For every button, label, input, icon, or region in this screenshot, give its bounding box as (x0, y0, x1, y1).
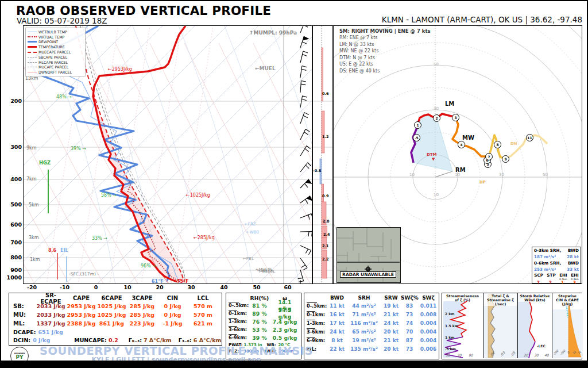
eil-label: EIL (60, 248, 68, 253)
cell: 74 (401, 320, 418, 326)
layer-bar: 3-6 (307, 329, 315, 335)
stepwise-cape-panel: Stepwise CIN & CAPE (J/kg) -200 -100 0 1… (552, 293, 582, 358)
srh3-value: 187 m²/s² (534, 254, 556, 259)
legend-label: WETBULB TEMP (38, 30, 67, 34)
cell: 2953 J/kg (66, 312, 96, 318)
temp-tick: 20 (155, 284, 164, 290)
layer-label: 6-9km: (226, 335, 248, 340)
cell: 16 kt (327, 312, 347, 317)
height-marker: 7 (485, 153, 493, 160)
cell: 1337 J/kg (36, 320, 66, 327)
ehi1-value: 1 (561, 280, 564, 285)
legend-label: DEWPOINT (38, 40, 58, 44)
legend-item: MUCAPE PARCEL (28, 65, 83, 70)
dewpoint-line-sample (28, 41, 37, 43)
height-label: 3km (29, 235, 39, 240)
cell: 2033 J/kg (36, 312, 66, 318)
height-marker: 1 (414, 121, 421, 129)
rh-header: RH(%) (248, 295, 271, 301)
lec-label: -LEC (537, 344, 546, 348)
stp-value: 2 (549, 280, 552, 285)
lm-label: LM (445, 101, 454, 107)
cell: 8 kt (327, 338, 347, 343)
w-cell: 7.4 g/kg (271, 319, 299, 325)
lr03-value: 7 Δ°C/km (144, 337, 172, 343)
table-row: 3-6km: 53 % 2.3 g/kg (226, 325, 301, 334)
kinematics-table: BWD SRH SRW SWζ% SWζ 0-.5km: 11 kt 44 m²… (304, 293, 439, 359)
table-row: 6-9km: 8 kt 19 m²/s² 21 kt 87 0.004 (304, 336, 439, 344)
thermo-header-row: SR-ECAPE CAPE 6CAPE 3CAPE CIN LCL (9, 294, 222, 302)
cell: 20 kt (381, 329, 401, 335)
muecape-line-sample (28, 52, 37, 53)
kin-header-row: BWD SRH SRW SWζ% SWζ (304, 294, 439, 301)
srh-bwd-box: 0-3km SRH, BWD 187 m²/s² 28 kt 0-6km SRH… (532, 247, 581, 283)
panel-title: Streamwiseness (442, 294, 483, 298)
mlcape-line-sample (28, 62, 37, 63)
legend-label: TEMPERATURE (38, 45, 65, 49)
layer-label: 1-3km: (226, 319, 248, 324)
table-row: 0-.5km: 11 kt 44 m²/s² 19 kt 83 0.011 (304, 301, 439, 310)
rh-annotation: 39% → (71, 146, 86, 151)
mucape-annotation: ←2953J/kg (108, 67, 132, 72)
height-marker: 4 (458, 141, 465, 148)
col-header: SRH (347, 295, 381, 301)
bwd3-label: BWD (568, 248, 579, 253)
height-marker: 9 (502, 155, 509, 163)
layer-suffix: km: (315, 329, 325, 335)
pressure-tick: 700 (6, 239, 22, 246)
w-cell: 2.3 g/kg (271, 327, 299, 333)
col-header: LCL (188, 295, 218, 301)
layer-suffix: km: (237, 319, 247, 324)
cell: 570 m (188, 312, 218, 318)
dtm-line: DTM: N @ 7 kts (339, 55, 431, 62)
dcape-value: 651 J/kg (38, 329, 63, 335)
pbl-label: ←PBL (243, 256, 254, 261)
dwndrft-line-sample (28, 72, 37, 72)
panel-title: (/sec) (483, 302, 517, 306)
layer-label: 0-1km: (226, 310, 248, 316)
layer-suffix: km: (237, 310, 247, 316)
radar-map-inset: RADAR UNAVAILABLE (336, 227, 401, 283)
rh-cell: 53 % (248, 327, 271, 333)
rm-label: RM (455, 167, 466, 173)
dcin-value: 0 J/kg (33, 337, 50, 343)
layer-suffix: km: (237, 327, 247, 332)
legend-item: DEWPOINT (28, 40, 83, 45)
kinematic-mini-panels: Streamwiseness of ζ (%) 2 km 1.5 km 1 km… (442, 293, 582, 359)
frz-label: ←FRZ (245, 222, 256, 227)
x-tick: 50 (446, 353, 450, 357)
legend-item: SBCAPE PARCEL (28, 55, 83, 60)
cell: 73 (401, 312, 418, 317)
dtm-label: DTM (427, 152, 437, 157)
virtual-temp-line-sample (28, 36, 37, 37)
mw-line: MW: NE @ 22 kts (339, 48, 431, 55)
height-label: 9km (26, 145, 37, 151)
scp-label: SCP (534, 273, 543, 278)
temperature-line-sample (28, 46, 37, 48)
legend-label: MLCAPE PARCEL (38, 60, 68, 64)
muncape-label: MUNCAPE: (74, 337, 107, 343)
cell: 285 J/kg (127, 312, 157, 318)
layer-bar: 6-9 (229, 335, 237, 340)
advection-value: -0.8 (313, 168, 321, 173)
cell: 21 kt (381, 312, 401, 317)
layer-suffix: km: (315, 320, 325, 326)
height-tick: .5 km (445, 347, 456, 351)
cell: 116 m²/s² (347, 320, 381, 326)
dcin-row: DCIN: 0 J/kg MUNCAPE: 0.2 Γ₀₋₃: 7 Δ°C/km… (9, 336, 222, 344)
temperature-line (93, 26, 185, 282)
dn-label: DN (510, 141, 517, 146)
srh6-label: 0-6km SRH, (534, 260, 561, 266)
panel-title: Total ζ & (483, 294, 517, 298)
cell: 24 kt (327, 329, 347, 335)
pressure-tick: 200 (6, 98, 22, 104)
height-marker: 11 (526, 134, 533, 141)
col-header: 6CAPE (96, 295, 127, 301)
sounderpy-analysis-page: RAOB OBSERVED VERTICAL PROFILE VALID: 05… (0, 0, 588, 368)
valid-time: VALID: 05-07-2019 18Z (17, 16, 107, 25)
w-cell: 0.5 g/kg (271, 335, 299, 341)
layer-bar: 0-1 (229, 310, 237, 316)
cell: 19 kt (381, 303, 401, 309)
ring-label: 10 (434, 193, 439, 197)
cell: 2033 J/kg (36, 303, 66, 309)
